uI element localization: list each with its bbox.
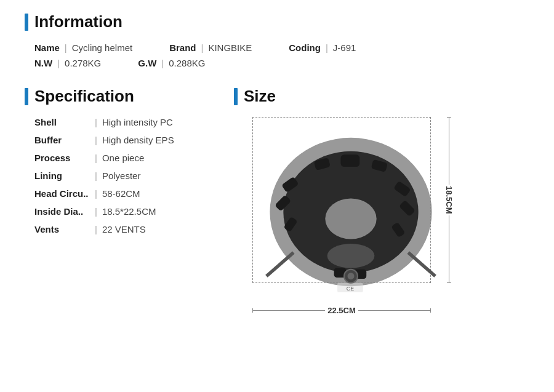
spec-buffer-label: Buffer (34, 135, 90, 145)
info-name-value: Cycling helmet (72, 42, 132, 53)
info-brand-sep: | (201, 42, 203, 53)
bottom-section: Specification Shell | High intensity PC … (25, 87, 529, 314)
svg-point-16 (327, 244, 375, 268)
svg-point-20 (348, 273, 355, 279)
spec-vents-label: Vents (34, 224, 90, 234)
dim-tick-right (430, 308, 431, 313)
info-name-sep: | (65, 42, 67, 53)
spec-title: Specification (34, 87, 134, 106)
dim-line-right: 18.5CM (449, 117, 449, 283)
info-coding-label: Coding (289, 42, 321, 53)
spec-head-circu-label: Head Circu.. (34, 188, 90, 199)
spec-inside-dia-label: Inside Dia.. (34, 206, 90, 217)
information-section: Information Name | Cycling helmet Brand … (25, 12, 529, 68)
spec-buffer-sep: | (95, 135, 97, 145)
spec-process-value: One piece (102, 153, 144, 163)
info-title-bar (25, 14, 28, 31)
spec-vents-value: 22 VENTS (102, 224, 146, 234)
info-gw: G.W | 0.288KG (138, 58, 205, 68)
dim-tick-left (252, 308, 253, 313)
info-nw-label: N.W (34, 58, 52, 68)
dim-horizontal-label: 22.5CM (325, 306, 358, 315)
info-brand-label: Brand (169, 42, 196, 53)
info-gw-sep: | (161, 58, 164, 68)
dim-tick-top (447, 117, 451, 118)
spec-title-block: Specification (25, 87, 234, 106)
info-brand: Brand | KINGBIKE (169, 42, 252, 53)
info-nw: N.W | 0.278KG (34, 58, 101, 68)
svg-text:CE: CE (347, 286, 354, 292)
dim-line-bottom: 22.5CM (252, 310, 431, 311)
size-section: Size (234, 87, 529, 314)
spec-lining-label: Lining (34, 170, 90, 181)
spec-lining-value: Polyester (102, 170, 141, 181)
svg-line-14 (267, 252, 294, 276)
spec-shell: Shell | High intensity PC (34, 117, 234, 127)
info-coding: Coding | J-691 (289, 42, 356, 53)
spec-shell-value: High intensity PC (102, 117, 173, 127)
info-gw-value: 0.288KG (169, 58, 205, 68)
size-title: Size (244, 87, 276, 106)
spec-head-circu-sep: | (95, 188, 97, 199)
spec-head-circu-value: 58-62CM (102, 188, 140, 199)
spec-inside-dia: Inside Dia.. | 18.5*22.5CM (34, 206, 234, 217)
spec-vents: Vents | 22 VENTS (34, 224, 234, 234)
spec-process: Process | One piece (34, 153, 234, 163)
dim-right-container: 18.5CM (449, 117, 449, 283)
info-name-label: Name (34, 42, 60, 53)
spec-buffer: Buffer | High density EPS (34, 135, 234, 145)
dim-tick-bottom (447, 282, 451, 283)
info-coding-sep: | (326, 42, 328, 53)
spec-process-sep: | (95, 153, 97, 163)
info-nw-value: 0.278KG (65, 58, 101, 68)
spec-buffer-value: High density EPS (102, 135, 174, 145)
svg-line-15 (408, 252, 435, 276)
info-brand-value: KINGBIKE (208, 42, 252, 53)
spec-shell-label: Shell (34, 117, 90, 127)
spec-rows: Shell | High intensity PC Buffer | High … (34, 117, 234, 234)
svg-rect-3 (341, 154, 360, 167)
spec-section: Specification Shell | High intensity PC … (25, 87, 234, 314)
spec-head-circu: Head Circu.. | 58-62CM (34, 188, 234, 199)
info-title-block: Information (25, 12, 529, 31)
size-title-block: Size (234, 87, 529, 106)
dim-vertical-label: 18.5CM (443, 185, 455, 215)
spec-vents-sep: | (95, 224, 97, 234)
info-name: Name | Cycling helmet (34, 42, 132, 53)
spec-inside-dia-sep: | (95, 206, 97, 217)
svg-point-2 (325, 199, 376, 239)
spec-shell-sep: | (95, 117, 97, 127)
info-row-2: N.W | 0.278KG G.W | 0.288KG (34, 58, 529, 68)
spec-title-bar (25, 88, 28, 105)
helmet-illustration: CE (246, 117, 456, 314)
size-title-bar (234, 88, 238, 105)
info-nw-sep: | (57, 58, 60, 68)
info-title: Information (34, 12, 122, 31)
spec-lining-sep: | (95, 170, 97, 181)
info-gw-label: G.W (138, 58, 156, 68)
info-coding-value: J-691 (333, 42, 356, 53)
spec-inside-dia-value: 18.5*22.5CM (102, 206, 156, 217)
size-diagram: CE 18.5CM 22.5CM (246, 117, 456, 314)
info-row-1: Name | Cycling helmet Brand | KINGBIKE C… (34, 42, 529, 53)
info-rows: Name | Cycling helmet Brand | KINGBIKE C… (34, 42, 529, 68)
spec-process-label: Process (34, 153, 90, 163)
spec-lining: Lining | Polyester (34, 170, 234, 181)
